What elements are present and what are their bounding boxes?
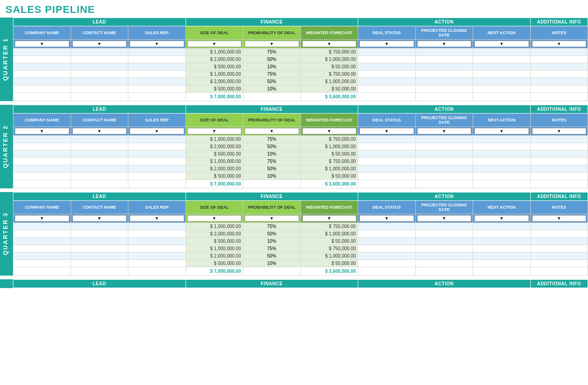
filter-btn-4[interactable]: ▼ <box>245 215 299 222</box>
col-header-7: PROJECTED CLOSING DATE <box>415 201 473 214</box>
probability-cell: 50% <box>243 56 301 63</box>
action-cell-2 <box>473 230 531 238</box>
action-cell-3 <box>530 150 588 158</box>
col-header-3: SIZE OF DEAL <box>186 26 243 40</box>
filter-btn-2[interactable]: ▼ <box>130 41 184 47</box>
col-header-2: SALES REP <box>128 114 186 127</box>
probability-cell: 75% <box>243 48 301 56</box>
empty-cell-1 <box>71 223 128 230</box>
additional-section-header: ADDITIONAL INFO <box>530 280 588 288</box>
filter-btn-2[interactable]: ▼ <box>130 128 184 134</box>
empty-cell-2 <box>128 63 186 71</box>
empty-cell-2 <box>128 245 186 253</box>
col-header-8: NEXT ACTION <box>473 26 531 40</box>
filter-btn-1[interactable]: ▼ <box>72 41 127 47</box>
action-cell-1 <box>415 223 473 230</box>
action-cell-1 <box>415 245 473 253</box>
action-cell-2 <box>473 260 531 267</box>
action-cell-1 <box>415 253 473 260</box>
action-cell-2 <box>473 78 531 85</box>
col-header-2: SALES REP <box>128 201 186 214</box>
col-header-9: NOTES <box>530 201 588 214</box>
filter-btn-3[interactable]: ▼ <box>187 41 242 47</box>
total-size: $ 7,000,000.00 <box>186 267 243 276</box>
action-cell-0 <box>358 245 416 253</box>
filter-btn-3[interactable]: ▼ <box>187 128 242 134</box>
filter-btn-4[interactable]: ▼ <box>245 41 299 47</box>
weighted-forecast-cell: $ 50,000.00 <box>300 260 358 267</box>
action-cell-3 <box>530 230 588 238</box>
empty-cell-1 <box>71 71 128 78</box>
filter-btn-8[interactable]: ▼ <box>474 41 529 47</box>
filter-btn-0[interactable]: ▼ <box>15 215 69 222</box>
col-header-1: CONTACT NAME <box>71 26 128 40</box>
action-cell-0 <box>358 173 416 180</box>
filter-btn-9[interactable]: ▼ <box>532 128 587 134</box>
probability-cell: 10% <box>243 85 301 93</box>
filter-btn-5[interactable]: ▼ <box>302 215 357 222</box>
filter-btn-1[interactable]: ▼ <box>72 215 127 222</box>
section-header-row: LEAD FINANCE ACTION ADDITIONAL INFO <box>13 280 588 288</box>
empty-cell-2 <box>128 158 186 165</box>
action-cell-3 <box>530 165 588 173</box>
filter-btn-0[interactable]: ▼ <box>15 41 69 47</box>
empty-cell-0 <box>13 260 71 267</box>
filter-btn-7[interactable]: ▼ <box>417 128 472 134</box>
filter-btn-7[interactable]: ▼ <box>417 41 472 47</box>
table-row: $ 2,000,000.0050%$ 1,000,000.00 <box>13 143 588 150</box>
table-row: $ 1,000,000.0075%$ 750,000.00 <box>13 223 588 230</box>
action-cell-3 <box>530 253 588 260</box>
table-row: $ 2,000,000.0050%$ 1,000,000.00 <box>13 56 588 63</box>
section-header-0: LEAD <box>13 105 186 114</box>
action-cell-0 <box>358 253 416 260</box>
empty-cell-1 <box>71 158 128 165</box>
filter-btn-5[interactable]: ▼ <box>302 128 357 134</box>
empty-cell-2 <box>128 85 186 93</box>
col-header-3: SIZE OF DEAL <box>186 201 243 214</box>
probability-cell: 75% <box>243 158 301 165</box>
action-cell-0 <box>358 143 416 150</box>
probability-cell: 50% <box>243 143 301 150</box>
action-cell-3 <box>530 136 588 143</box>
empty-cell-0 <box>13 56 71 63</box>
action-cell-2 <box>473 158 531 165</box>
action-cell-0 <box>358 230 416 238</box>
section-header-3: ADDITIONAL INFO <box>530 192 588 201</box>
action-cell-1 <box>415 56 473 63</box>
filter-btn-6[interactable]: ▼ <box>360 41 414 47</box>
page-title: SALES PIPELINE <box>0 0 588 18</box>
filter-btn-8[interactable]: ▼ <box>474 128 529 134</box>
action-cell-0 <box>358 48 416 56</box>
action-cell-3 <box>530 223 588 230</box>
col-header-7: PROJECTED CLOSING DATE <box>415 26 473 40</box>
size-of-deal-cell: $ 2,000,000.00 <box>186 253 243 260</box>
filter-btn-2[interactable]: ▼ <box>130 215 184 222</box>
size-of-deal-cell: $ 500,000.00 <box>186 260 243 267</box>
filter-btn-6[interactable]: ▼ <box>360 215 414 222</box>
action-cell-3 <box>530 173 588 180</box>
probability-cell: 75% <box>243 136 301 143</box>
weighted-forecast-cell: $ 1,000,000.00 <box>300 143 358 150</box>
table-row: $ 1,000,000.0075%$ 750,000.00 <box>13 158 588 165</box>
col-header-2: SALES REP <box>128 26 186 40</box>
empty-cell-2 <box>128 48 186 56</box>
action-cell-2 <box>473 173 531 180</box>
filter-btn-9[interactable]: ▼ <box>532 215 587 222</box>
action-cell-3 <box>530 260 588 267</box>
filter-btn-1[interactable]: ▼ <box>72 128 127 134</box>
action-cell-2 <box>473 136 531 143</box>
filter-btn-0[interactable]: ▼ <box>15 128 69 134</box>
action-cell-3 <box>530 71 588 78</box>
filter-btn-7[interactable]: ▼ <box>417 215 472 222</box>
filter-btn-9[interactable]: ▼ <box>532 41 587 47</box>
section-header-1: FINANCE <box>186 105 358 114</box>
filter-btn-8[interactable]: ▼ <box>474 215 529 222</box>
weighted-forecast-cell: $ 750,000.00 <box>300 48 358 56</box>
filter-btn-3[interactable]: ▼ <box>187 215 242 222</box>
filter-btn-4[interactable]: ▼ <box>245 128 299 134</box>
filter-btn-5[interactable]: ▼ <box>302 41 357 47</box>
col-header-8: NEXT ACTION <box>473 201 531 214</box>
filter-btn-6[interactable]: ▼ <box>360 128 414 134</box>
empty-cell-1 <box>71 173 128 180</box>
probability-cell: 75% <box>243 245 301 253</box>
